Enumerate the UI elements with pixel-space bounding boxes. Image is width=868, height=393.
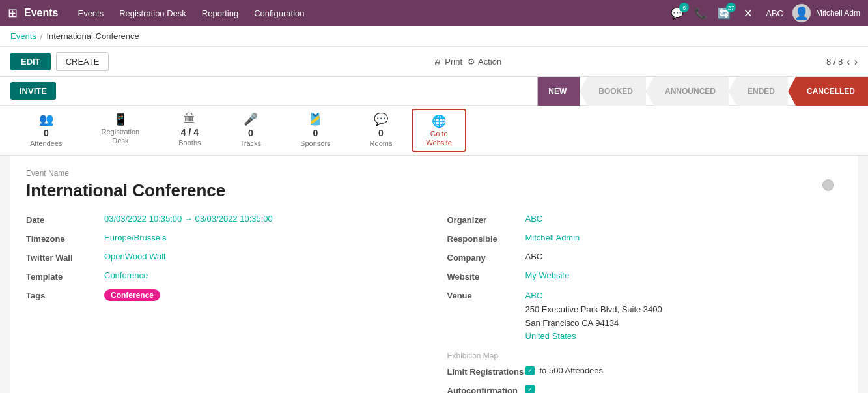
template-label: Template (26, 270, 104, 282)
limit-value: ✓ to 500 Attendees (525, 366, 604, 375)
organizer-row: Organizer ABC (447, 214, 843, 225)
venue-country[interactable]: United States (525, 330, 662, 343)
next-button[interactable]: › (854, 56, 858, 68)
website-row: Website My Website (447, 270, 843, 282)
activity-icon-button[interactable]: 🔄 27 (715, 4, 733, 22)
event-toggle[interactable] (822, 179, 834, 191)
gear-icon: ⚙ (468, 57, 475, 66)
status-steps: NEW BOOKED ANNOUNCED ENDED CANCELLED (537, 77, 868, 106)
timezone-value[interactable]: Europe/Brussels (104, 233, 166, 242)
website-label: Website (447, 270, 525, 282)
invite-button[interactable]: INVITE (10, 82, 56, 100)
avatar[interactable]: 👤 (792, 4, 811, 22)
status-bar: INVITE NEW BOOKED ANNOUNCED ENDED CANCEL… (0, 77, 868, 106)
edit-button[interactable]: EDIT (10, 53, 51, 70)
autoconfirmation-row: Autoconfirmation ✓ (447, 385, 843, 393)
twitter-label: Twitter Wall (26, 252, 104, 263)
autoconfirm-checkbox[interactable]: ✓ (525, 385, 535, 393)
status-booked[interactable]: BOOKED (580, 77, 646, 106)
pagination: 8 / 8 ‹ › (826, 56, 858, 68)
venue-label: Venue (447, 289, 525, 300)
twitter-value[interactable]: OpenWood Wall (104, 252, 165, 261)
event-name-label: Event Name (26, 169, 842, 178)
tags-label: Tags (26, 289, 104, 300)
responsible-label: Responsible (447, 233, 525, 244)
timezone-label: Timezone (26, 233, 104, 244)
status-ended[interactable]: ENDED (729, 77, 788, 106)
venue-address1: 250 Executive Park Blvd, Suite 3400 (525, 303, 662, 317)
subnav-registration-desk[interactable]: 📱 Registration Desk (82, 106, 160, 155)
date-row: Date 03/03/2022 10:35:00 → 03/03/2022 10… (26, 214, 421, 225)
company-row: Company ABC (447, 252, 843, 263)
printer-icon: 🖨 (434, 57, 442, 66)
grid-icon[interactable]: ⊞ (8, 6, 18, 20)
create-button[interactable]: CREATE (56, 52, 109, 71)
app-name: Events (24, 7, 58, 19)
rooms-icon: 💬 (374, 112, 388, 126)
limit-label: Limit Registrations (447, 366, 525, 377)
twitter-row: Twitter Wall OpenWood Wall (26, 252, 421, 263)
status-cancelled[interactable]: CANCELLED (788, 77, 868, 106)
settings-icon-button[interactable]: ✕ (738, 4, 757, 22)
venue-row: Venue ABC 250 Executive Park Blvd, Suite… (447, 289, 843, 343)
responsible-row: Responsible Mitchell Admin (447, 233, 843, 244)
tags-row: Tags Conference (26, 289, 421, 301)
top-nav-icons: 💬 6 📞 🔄 27 ✕ ABC 👤 Mitchell Adm (668, 4, 860, 22)
user-name: Mitchell Adm (816, 8, 860, 18)
responsible-value[interactable]: Mitchell Admin (525, 233, 580, 242)
status-new[interactable]: NEW (537, 77, 580, 106)
date-label: Date (26, 214, 104, 225)
date-value[interactable]: 03/03/2022 10:35:00 → 03/03/2022 10:35:0… (104, 214, 273, 224)
nav-reporting[interactable]: Reporting (195, 0, 245, 26)
subnav-rooms[interactable]: 💬 0 Rooms (350, 106, 412, 155)
subnav-attendees[interactable]: 👥 0 Attendees (10, 106, 82, 155)
tracks-icon: 🎤 (244, 112, 258, 126)
venue-value: ABC 250 Executive Park Blvd, Suite 3400 … (525, 289, 662, 343)
top-navigation: ⊞ Events Events Registration Desk Report… (0, 0, 868, 26)
autoconfirm-label: Autoconfirmation (447, 385, 525, 393)
nav-events[interactable]: Events (71, 0, 110, 26)
event-name: International Conference (26, 181, 842, 201)
subnav-go-to-website[interactable]: 🌐 Go to Website (412, 109, 466, 152)
nav-configuration[interactable]: Configuration (247, 0, 311, 26)
organizer-value[interactable]: ABC (525, 214, 543, 224)
template-value[interactable]: Conference (104, 270, 148, 280)
template-row: Template Conference (26, 270, 421, 282)
organizer-label: Organizer (447, 214, 525, 225)
breadcrumb-parent[interactable]: Events (10, 31, 36, 41)
subnav-container: 👥 0 Attendees 📱 Registration Desk 🏛 4 / … (0, 106, 868, 156)
website-icon: 🌐 (432, 114, 446, 128)
exhibition-label: Exhibition Map (447, 351, 843, 360)
limit-registrations-row: Limit Registrations ✓ to 500 Attendees (447, 366, 843, 377)
toolbar: EDIT CREATE 🖨 Print ⚙ Action 8 / 8 ‹ › (0, 47, 868, 77)
action-button[interactable]: ⚙ Action (468, 57, 501, 66)
tag-conference[interactable]: Conference (104, 289, 160, 301)
phone-icon-button[interactable]: 📞 (692, 4, 710, 22)
registration-icon: 📱 (113, 112, 128, 126)
sponsors-icon: 🎽 (308, 112, 322, 126)
form-container: Event Name International Conference Date… (10, 156, 858, 393)
breadcrumb-current: International Conference (46, 31, 139, 41)
breadcrumb: Events / International Conference (0, 26, 868, 47)
subnav: 👥 0 Attendees 📱 Registration Desk 🏛 4 / … (0, 106, 868, 155)
company-value: ABC (525, 252, 543, 261)
subnav-booths[interactable]: 🏛 4 / 4 Booths (159, 106, 220, 155)
chat-badge: 6 (679, 3, 689, 12)
venue-name[interactable]: ABC (525, 289, 662, 303)
form-grid: Date 03/03/2022 10:35:00 → 03/03/2022 10… (26, 214, 842, 393)
prev-button[interactable]: ‹ (847, 56, 850, 68)
subnav-tracks[interactable]: 🎤 0 Tracks (221, 106, 281, 155)
booths-icon: 🏛 (184, 112, 195, 126)
print-button[interactable]: 🖨 Print (434, 57, 462, 66)
org-label: ABC (766, 8, 783, 18)
subnav-sponsors[interactable]: 🎽 0 Sponsors (281, 106, 350, 155)
limit-checkbox[interactable]: ✓ (525, 366, 535, 375)
activity-badge: 27 (726, 3, 736, 12)
company-label: Company (447, 252, 525, 263)
chat-icon-button[interactable]: 💬 6 (668, 4, 686, 22)
website-value[interactable]: My Website (525, 270, 570, 280)
status-announced[interactable]: ANNOUNCED (646, 77, 729, 106)
nav-registration-desk[interactable]: Registration Desk (113, 0, 193, 26)
timezone-row: Timezone Europe/Brussels (26, 233, 421, 244)
venue-address2: San Francisco CA 94134 (525, 317, 662, 330)
